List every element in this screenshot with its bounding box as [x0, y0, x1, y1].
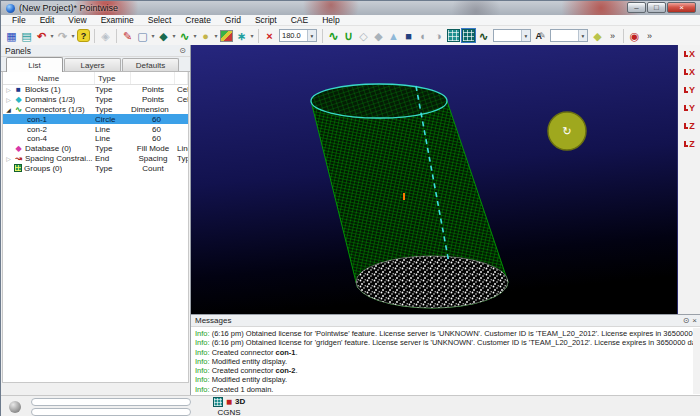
cell-type: Type — [95, 164, 131, 173]
panels-header: Panels ⊙ — [1, 45, 190, 57]
grid-level-combo-arrow-icon[interactable]: ▾ — [521, 30, 530, 41]
menu-examine[interactable]: Examine — [94, 15, 141, 25]
tree-row-con-2[interactable]: con-2 Line 60 — [3, 124, 188, 134]
menu-help[interactable]: Help — [315, 15, 346, 25]
surface-fill-icon[interactable]: ◆ — [371, 28, 386, 44]
database-tool-icon[interactable]: ● — [198, 28, 213, 44]
row-label: Blocks (1) — [25, 85, 61, 94]
maximize-button[interactable]: □ — [647, 2, 666, 13]
cube-primitive-icon[interactable]: ■ — [401, 28, 416, 44]
panels-pin-icon[interactable]: ⊙ — [179, 46, 186, 55]
tab-defaults[interactable]: Defaults — [122, 58, 179, 71]
angle-combo-arrow-icon[interactable]: ▾ — [307, 30, 316, 41]
menu-file[interactable]: File — [5, 15, 33, 25]
row-label: con-1 — [27, 115, 47, 124]
overflow2-chevron-icon[interactable]: » — [642, 28, 657, 44]
cell-count: Count — [131, 164, 175, 173]
expand-arrow-icon[interactable]: ▷ — [5, 155, 12, 162]
undo-icon[interactable]: ↶ — [34, 28, 49, 44]
axis-arrow-icon — [684, 123, 688, 129]
tree-row-database[interactable]: ◆Database (0) Type Fill Mode Line ... — [3, 144, 188, 154]
tree-row-con-1[interactable]: con-1 Circle 60 — [3, 114, 188, 124]
messages-log[interactable]: Info: (6:16 pm) Obtained license for 'Po… — [191, 327, 700, 396]
collapse-arrow-icon[interactable]: ◢ — [5, 106, 12, 113]
source-tool-icon[interactable]: ∗ — [234, 28, 249, 44]
attribute-combobox[interactable]: ▾ — [550, 29, 588, 42]
source-tool-dropdown-icon[interactable]: ▾ — [249, 32, 255, 39]
unstructured-grid-icon[interactable] — [462, 29, 475, 42]
menu-grid[interactable]: Grid — [218, 15, 248, 25]
messages-pin-icon[interactable]: ⊙ — [683, 316, 690, 325]
structured-grid-icon[interactable] — [447, 29, 460, 42]
cae-cube-icon[interactable]: ■ — [226, 397, 232, 407]
view-minus-z-button[interactable]: Z — [681, 137, 699, 151]
menu-select[interactable]: Select — [141, 15, 179, 25]
spline-tool-icon[interactable]: ∿ — [476, 28, 491, 44]
display-brush-icon[interactable]: ✎ — [120, 28, 135, 44]
open-icon[interactable]: ▤ — [19, 28, 34, 44]
status-field-1[interactable] — [31, 398, 191, 406]
tab-list[interactable]: List — [6, 57, 63, 72]
3d-viewport[interactable]: ↻ — [191, 45, 677, 314]
cell-points: Points — [131, 85, 175, 94]
hide-entities-icon[interactable]: × — [262, 28, 277, 44]
overflow-chevron-icon[interactable]: » — [605, 28, 620, 44]
status-field-2[interactable] — [31, 408, 191, 416]
block-tool-icon[interactable]: ▢ — [135, 28, 150, 44]
shell2-primitive-icon[interactable]: ◑ — [431, 28, 446, 44]
grid-mode-icon[interactable] — [213, 397, 223, 407]
help-icon[interactable]: ? — [77, 29, 90, 42]
cylinder-top-cap — [311, 84, 447, 118]
domain-tool-icon[interactable]: ◆ — [156, 28, 171, 44]
expand-arrow-icon[interactable]: ▷ — [5, 86, 12, 93]
connector-tool-icon[interactable]: ∿ — [177, 28, 192, 44]
extrude-tool-icon[interactable]: ◆ — [590, 28, 605, 44]
view-plus-x-button[interactable]: X — [681, 47, 699, 61]
messages-close-icon[interactable]: × — [692, 316, 697, 325]
tree-row-domains[interactable]: ▷◆Domains (1/3) Type Points Cells — [3, 95, 188, 105]
save-icon[interactable]: ▦ — [4, 28, 19, 44]
snap-icon[interactable]: ◈ — [98, 28, 113, 44]
redo-icon[interactable]: ↷ — [55, 28, 70, 44]
shell-primitive-icon[interactable]: ◐ — [416, 28, 431, 44]
curve-segment-icon[interactable]: ∿ — [326, 28, 341, 44]
view-minus-y-button[interactable]: Y — [681, 101, 699, 115]
close-button[interactable]: × — [667, 2, 696, 13]
column-header-type[interactable]: Type — [95, 72, 131, 84]
messages-header: Messages ⊙ × — [191, 315, 700, 327]
row-label: Connectors (1/3) — [25, 105, 85, 114]
tree-row-connectors[interactable]: ◢∿Connectors (1/3) Type Dimension — [3, 105, 188, 115]
menu-view[interactable]: View — [61, 15, 93, 25]
angle-value: 180.0 — [282, 31, 301, 40]
minimize-button[interactable]: – — [627, 2, 646, 13]
menu-create[interactable]: Create — [178, 15, 218, 25]
view-minus-x-button[interactable]: X — [681, 65, 699, 79]
tab-layers[interactable]: Layers — [64, 58, 121, 71]
attribute-combo-arrow-icon[interactable]: ▾ — [578, 30, 587, 41]
axis-origin-marker — [403, 193, 405, 200]
scene-canvas: ↻ — [191, 45, 677, 314]
title-bar[interactable]: (New Project)* Pointwise – □ × — [1, 1, 700, 15]
cell-cells: Cells — [175, 85, 188, 94]
row-label: Database (0) — [25, 144, 71, 153]
menu-edit[interactable]: Edit — [33, 15, 62, 25]
tree-row-blocks[interactable]: ▷■Blocks (1) Type Points Cells — [3, 85, 188, 95]
view-plus-z-button[interactable]: Z — [681, 119, 699, 133]
tree-row-groups[interactable]: Groups (0) Type Count — [3, 163, 188, 173]
tree-row-con-4[interactable]: con-4 Line 60 — [3, 134, 188, 144]
tree-row-spacing-constraints[interactable]: ▷↝Spacing Constrai... End Spacing Type — [3, 154, 188, 164]
curve-arc-icon[interactable]: ∪ — [341, 28, 356, 44]
menu-cae[interactable]: CAE — [284, 15, 315, 25]
menu-script[interactable]: Script — [248, 15, 284, 25]
image-tool-icon[interactable] — [220, 30, 233, 42]
grid-level-combobox[interactable]: ▾ — [493, 29, 531, 42]
angle-combobox[interactable]: 180.0 ▾ — [279, 29, 317, 42]
svg-text:↻: ↻ — [562, 125, 571, 138]
mask-tool-icon[interactable]: ◉ — [627, 28, 642, 44]
surface-tool-icon[interactable]: ◇ — [356, 28, 371, 44]
messages-scrollbar[interactable] — [693, 328, 700, 394]
cone-primitive-icon[interactable]: ▲ — [386, 28, 401, 44]
column-header-name[interactable]: Name — [3, 72, 95, 84]
view-plus-y-button[interactable]: Y — [681, 83, 699, 97]
expand-arrow-icon[interactable]: ▷ — [5, 96, 12, 103]
